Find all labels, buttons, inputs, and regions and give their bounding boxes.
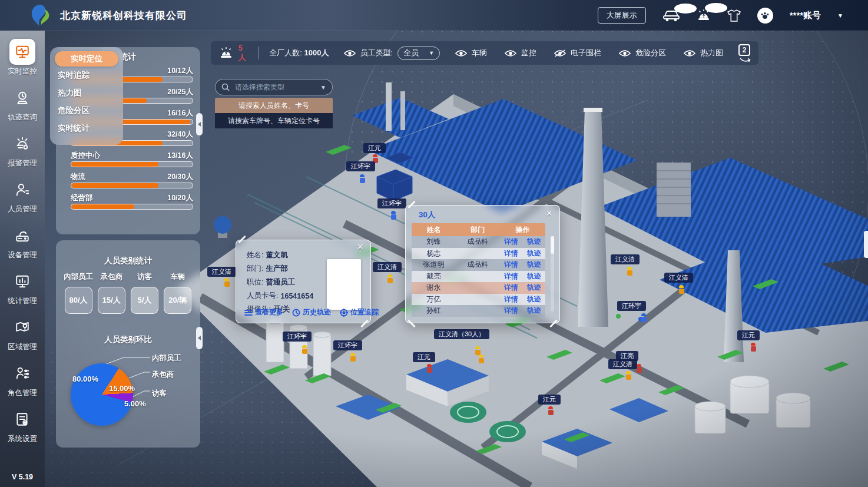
track-link[interactable]: 轨迹	[527, 237, 541, 247]
track-link[interactable]: 轨迹	[527, 283, 541, 293]
search-type-field[interactable]: ▼	[215, 79, 333, 95]
detail-link[interactable]: 详情	[504, 283, 518, 293]
person-map-label[interactable]: 江义清	[611, 254, 640, 264]
track-link[interactable]: 轨迹	[527, 271, 541, 281]
layer-toggle-2[interactable]: 监控	[505, 48, 536, 58]
sidebar-item-7[interactable]: 区域管理	[8, 314, 37, 352]
table-row[interactable]: 万亿详情轨迹	[412, 294, 545, 306]
employee-type-eye-icon[interactable]	[344, 49, 356, 57]
account-label[interactable]: ****账号	[790, 10, 821, 21]
category-value-box[interactable]: 15/人	[98, 287, 125, 314]
person-map-label[interactable]: 江义清	[373, 262, 402, 272]
search-option-1[interactable]: 请搜索人员姓名、卡号	[215, 98, 333, 113]
submenu-item-5[interactable]: 实时统计	[50, 120, 123, 137]
submenu-item-4[interactable]: 危险分区	[50, 102, 123, 120]
close-icon[interactable]: ×	[546, 208, 552, 218]
scrollbar-thumb[interactable]	[551, 236, 554, 254]
alarm-monitor-icon[interactable]	[697, 9, 711, 22]
detail-link[interactable]: 详情	[504, 237, 518, 247]
person-map-label[interactable]: 江元	[538, 395, 561, 405]
worker-figure[interactable]	[625, 371, 631, 380]
worker-figure[interactable]	[750, 343, 756, 352]
detail-link[interactable]: 详情	[504, 294, 518, 304]
track-link[interactable]: 轨迹	[527, 294, 541, 304]
person-map-label[interactable]: 江环宇	[333, 340, 362, 350]
sidebar-item-2[interactable]: 轨迹查询	[8, 85, 37, 122]
department-panel-collapse-handle[interactable]	[196, 113, 203, 135]
person-map-label[interactable]: 江元	[363, 143, 386, 153]
sidebar-item-8[interactable]: 角色管理	[8, 360, 37, 398]
table-row[interactable]: 谢永详情轨迹	[412, 282, 545, 294]
worker-figure[interactable]	[426, 364, 432, 373]
big-screen-button[interactable]: 大屏展示	[598, 7, 646, 24]
track-link[interactable]: 轨迹	[527, 306, 541, 316]
worker-figure[interactable]	[224, 278, 230, 287]
person-map-label[interactable]: 江环宇	[346, 161, 375, 171]
worker-figure[interactable]	[359, 174, 365, 183]
sidebar-item-6[interactable]: 统计管理	[8, 269, 37, 306]
detail-link[interactable]: 详情	[504, 260, 518, 270]
table-scrollbar[interactable]	[551, 236, 554, 312]
person-map-label[interactable]: 江环宇	[617, 301, 646, 311]
close-icon[interactable]: ×	[357, 241, 363, 252]
submenu-item-3[interactable]: 热力图	[50, 84, 123, 102]
account-caret-icon[interactable]: ▼	[837, 12, 843, 19]
worker-figure[interactable]	[350, 353, 356, 362]
person-map-label[interactable]: 江义清	[207, 267, 236, 277]
vehicle-monitor-icon[interactable]	[662, 9, 680, 22]
worker-figure[interactable]	[390, 211, 396, 220]
worker-figure[interactable]	[627, 267, 632, 276]
paw-account-icon[interactable]	[757, 8, 773, 24]
worker-figure[interactable]	[302, 345, 307, 354]
view-more-link[interactable]: 查看更多	[244, 307, 283, 317]
alarm-count[interactable]: 5人	[238, 44, 247, 63]
table-row[interactable]: 孙虹详情轨迹	[412, 305, 545, 317]
submenu-item-2[interactable]: 实时追踪	[50, 67, 123, 84]
employee-type-select[interactable]: 全员 ▼	[397, 47, 440, 60]
person-map-label[interactable]: 江元	[413, 352, 435, 362]
category-value-box[interactable]: 20/辆	[164, 287, 191, 314]
shirt-icon[interactable]	[727, 9, 741, 22]
locate-track-link[interactable]: 位置追踪	[340, 307, 379, 317]
person-map-label[interactable]: 江元	[737, 330, 760, 340]
track-link[interactable]: 轨迹	[527, 249, 541, 259]
history-track-link[interactable]: 历史轨迹	[292, 307, 331, 317]
table-row[interactable]: 戴亮详情轨迹	[412, 271, 545, 283]
detail-link[interactable]: 详情	[504, 249, 518, 259]
worker-figure[interactable]	[475, 346, 481, 355]
sidebar-item-3[interactable]: 报警管理	[8, 131, 37, 168]
track-link[interactable]: 轨迹	[527, 260, 541, 270]
submenu-item-1[interactable]: 实时定位	[55, 51, 118, 67]
sidebar-item-1[interactable]: 实时监控	[8, 39, 37, 77]
person-map-label[interactable]: 江环宇	[377, 198, 406, 208]
worker-figure[interactable]	[387, 274, 393, 283]
floor-switch[interactable]: 2	[738, 44, 750, 62]
table-row[interactable]: 刘锋成品科详情轨迹	[412, 236, 545, 248]
worker-figure[interactable]	[548, 406, 554, 415]
category-value-box[interactable]: 80/人	[65, 287, 92, 314]
worker-figure[interactable]	[641, 313, 647, 322]
sidebar-item-9[interactable]: 系统设置	[8, 406, 37, 444]
right-edge-panel-handle[interactable]	[864, 231, 868, 258]
person-map-label[interactable]: 江义清	[664, 273, 693, 283]
person-map-label[interactable]: 江环宇	[283, 332, 312, 342]
table-row[interactable]: 杨志详情轨迹	[412, 248, 545, 260]
sidebar-item-5[interactable]: 设备管理	[8, 223, 37, 260]
search-option-2[interactable]: 请搜索车牌号、车辆定位卡号	[215, 113, 333, 128]
category-panel-collapse-handle[interactable]	[196, 327, 203, 349]
category-value-box[interactable]: 5/人	[131, 287, 158, 314]
sidebar-item-4[interactable]: 人员管理	[8, 177, 37, 214]
layer-toggle-1[interactable]: 车辆	[455, 48, 487, 58]
alarm-siren-icon[interactable]	[219, 47, 233, 60]
person-map-label[interactable]: 江义清	[608, 359, 637, 369]
layer-toggle-4[interactable]: 危险分区	[619, 48, 666, 58]
layer-toggle-5[interactable]: 热力图	[684, 48, 723, 58]
worker-figure[interactable]	[478, 355, 484, 363]
detail-link[interactable]: 详情	[504, 306, 518, 316]
layer-toggle-3[interactable]: 电子围栏	[554, 48, 601, 58]
worker-figure[interactable]	[678, 285, 684, 294]
detail-link[interactable]: 详情	[504, 271, 518, 281]
person-map-label[interactable]: 江义清（30人）	[434, 329, 489, 339]
search-input[interactable]	[234, 82, 316, 92]
table-row[interactable]: 张道明成品科详情轨迹	[412, 259, 545, 271]
